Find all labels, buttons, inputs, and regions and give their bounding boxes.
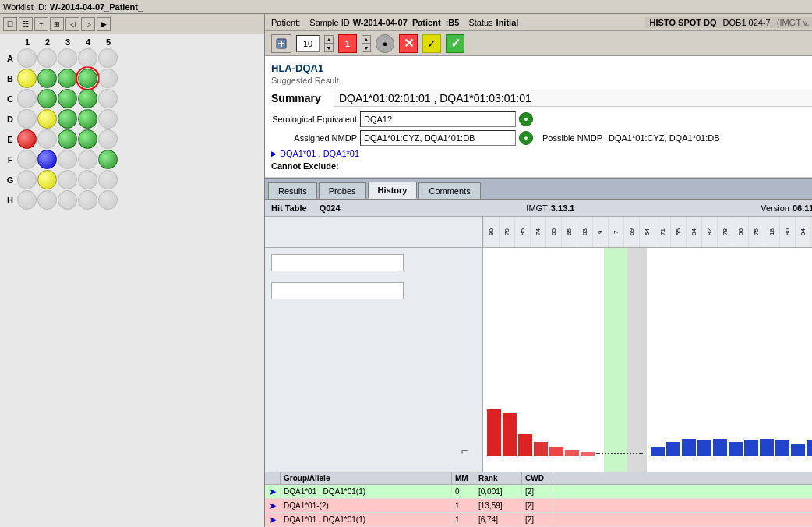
sidebar-spacer [265, 217, 483, 247]
toolbar-btn-expand[interactable]: ⊞ [50, 17, 64, 31]
bar-blue-2 [666, 442, 680, 456]
cell-b1[interactable] [17, 69, 37, 88]
cell-c3[interactable] [58, 89, 77, 108]
search-box-1[interactable] [271, 254, 404, 271]
toolbar-btn-next[interactable]: ▷ [81, 17, 95, 31]
cell-b2[interactable] [37, 69, 57, 88]
cell-d5[interactable] [98, 109, 118, 129]
cell-g1[interactable] [17, 170, 37, 189]
cell-b5[interactable] [98, 69, 118, 88]
nmdp-icon[interactable]: ● [519, 131, 533, 145]
cell-f1[interactable] [17, 150, 37, 169]
column-numbers: 9079857465656397695471558482785675188094… [483, 217, 812, 247]
cell-c5[interactable] [98, 89, 118, 108]
cell-d4[interactable] [78, 109, 97, 129]
collapse-row[interactable]: ▶ DQA1*01 , DQA1*01 [271, 149, 812, 158]
toolbar-btn-list[interactable]: ☷ [19, 17, 33, 31]
number-input[interactable] [296, 35, 320, 52]
cell-h4[interactable] [78, 190, 97, 210]
table-row-2: ➤ DQA1*01-(2) 1 [13,59] [2] [265, 499, 812, 513]
hit-table-area: Hit Table Q024 IMGT 3.13.1 Version 06.11… [265, 200, 812, 527]
cell-e1[interactable] [17, 129, 37, 149]
tab-comments[interactable]: Comments [418, 182, 480, 199]
cell-b4[interactable] [78, 69, 97, 88]
patient-info: Patient: Sample ID W-2014-04-07_Patient_… [271, 18, 518, 27]
tab-probes[interactable]: Probes [319, 182, 366, 199]
tab-results[interactable]: Results [268, 182, 317, 199]
bar-blue-10 [791, 444, 805, 456]
cell-b3[interactable] [58, 69, 77, 88]
col-2: 2 [37, 37, 58, 47]
cell-g3[interactable] [58, 170, 77, 189]
toolbar-btn-grid[interactable]: ☐ [3, 17, 17, 31]
add-to-worklist-btn[interactable] [271, 34, 291, 53]
row-3-arrow[interactable]: ➤ [265, 514, 281, 526]
cell-f5[interactable] [98, 150, 118, 169]
serological-input[interactable] [360, 111, 516, 127]
cell-e3[interactable] [58, 129, 77, 149]
green-zone [604, 248, 627, 472]
row-2-rank: [13,59] [475, 500, 522, 511]
row-e-cells [17, 129, 118, 149]
row-2-arrow[interactable]: ➤ [265, 500, 281, 512]
cell-d1[interactable] [17, 109, 37, 129]
cell-a3[interactable] [58, 48, 77, 68]
cell-a4[interactable] [78, 48, 97, 68]
bar-blue-4 [697, 440, 711, 456]
row-2-cwd: [2] [522, 500, 553, 511]
bar-blue-7 [744, 440, 758, 456]
cancel-btn[interactable]: ✕ [399, 34, 418, 53]
cell-a1[interactable] [17, 48, 37, 68]
chart-area: ⌐ [265, 248, 812, 472]
result-subtitle: Suggested Result [271, 76, 812, 85]
check-yellow-btn[interactable]: ✓ [422, 34, 441, 53]
patient-header: Patient: Sample ID W-2014-04-07_Patient_… [265, 14, 812, 31]
cell-h2[interactable] [37, 190, 57, 210]
cell-g4[interactable] [78, 170, 97, 189]
cell-h1[interactable] [17, 190, 37, 210]
nmdp-input[interactable] [360, 130, 516, 146]
circle-btn[interactable]: ● [376, 34, 394, 53]
row-c-cells [17, 89, 118, 108]
cell-c2[interactable] [37, 89, 57, 108]
tabs-bar: Results Probes History Comments [265, 178, 812, 200]
circle-icon: ● [383, 39, 388, 48]
nmdp-label: Assigned NMDP [271, 133, 357, 143]
col-num: 54 [639, 217, 655, 247]
cell-f4[interactable] [78, 150, 97, 169]
spin-up-2[interactable]: ▲ [362, 35, 371, 44]
spin-down[interactable]: ▼ [324, 44, 334, 52]
row-1-arrow[interactable]: ➤ [265, 486, 281, 498]
red-num-btn[interactable]: 1 [338, 34, 357, 53]
cell-e4[interactable] [78, 129, 97, 149]
cell-a5[interactable] [98, 48, 118, 68]
grid-row-d: D [3, 109, 261, 129]
toolbar-btn-add[interactable]: + [34, 17, 48, 31]
cell-d3[interactable] [58, 109, 77, 129]
cell-h3[interactable] [58, 190, 77, 210]
serological-icon[interactable]: ● [519, 112, 533, 126]
col-3: 3 [58, 37, 78, 47]
tab-history[interactable]: History [368, 182, 418, 199]
cell-g5[interactable] [98, 170, 118, 189]
search-box-2[interactable] [271, 282, 404, 299]
row-1-cwd: [2] [522, 486, 553, 497]
cell-a2[interactable] [37, 48, 57, 68]
cell-e2[interactable] [37, 129, 57, 149]
cell-f2[interactable] [37, 150, 57, 169]
spin-up[interactable]: ▲ [324, 35, 334, 44]
row-h-cells [17, 190, 118, 210]
toolbar-btn-play[interactable]: ▶ [97, 17, 111, 31]
toolbar-btn-prev[interactable]: ◁ [65, 17, 79, 31]
check-green-btn[interactable]: ✓ [446, 34, 464, 53]
cell-h5[interactable] [98, 190, 118, 210]
spin-down-2[interactable]: ▼ [362, 44, 371, 52]
cell-c4[interactable] [78, 89, 97, 108]
row-label-c: C [3, 94, 17, 104]
row-label-h: H [3, 196, 17, 205]
cell-c1[interactable] [17, 89, 37, 108]
cell-f3[interactable] [58, 150, 77, 169]
cell-d2[interactable] [37, 109, 57, 129]
cell-g2[interactable] [37, 170, 57, 189]
cell-e5[interactable] [98, 129, 118, 149]
